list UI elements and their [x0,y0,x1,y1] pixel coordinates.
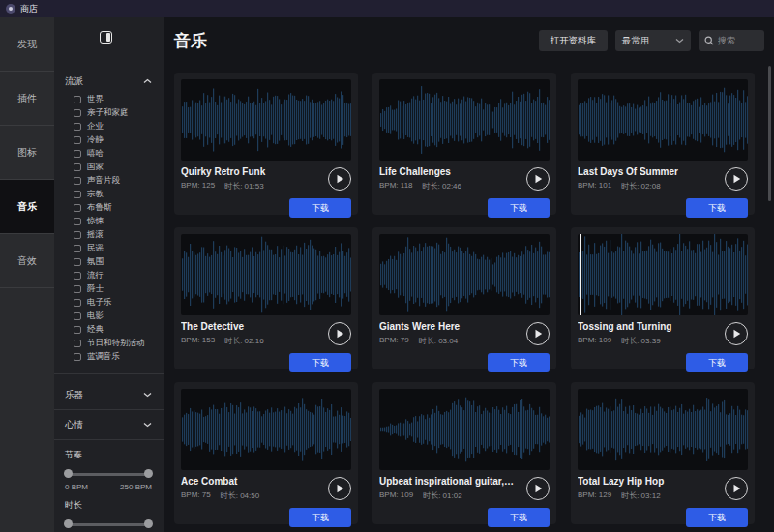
vertical-scrollbar[interactable] [768,66,771,201]
play-icon [732,484,741,493]
play-button[interactable] [725,477,748,500]
music-card: Quirky Retro Funk BPM: 125 时长: 01:53 下载 [174,73,358,215]
play-button[interactable] [328,167,351,191]
genre-label: 经典 [87,324,104,336]
genre-checkbox-电子乐[interactable]: 电子乐 [54,296,164,310]
tempo-slider[interactable] [65,469,152,479]
download-button[interactable]: 下载 [289,353,351,372]
duration-slider-max-handle[interactable] [144,519,153,528]
playhead-cursor [580,234,581,315]
genre-checkbox-爵士[interactable]: 爵士 [54,282,164,296]
sort-dropdown[interactable]: 最常用 [615,30,691,51]
genre-label: 摇滚 [87,229,104,241]
track-duration: 时长: 03:39 [621,336,660,346]
genre-checkbox-电影[interactable]: 电影 [54,310,164,323]
genre-label: 嘻哈 [87,148,104,160]
download-button[interactable]: 下载 [686,508,748,527]
genre-checkbox-摇滚[interactable]: 摇滚 [54,228,164,242]
checkbox-icon [74,177,81,185]
checkbox-icon [74,163,81,171]
nav-item-发现[interactable]: 发现 [0,17,54,72]
tempo-slider-max-handle[interactable] [144,469,153,478]
checkbox-icon [74,272,81,280]
waveform[interactable] [578,79,748,161]
waveform[interactable] [578,389,748,470]
waveform[interactable] [578,234,748,315]
nav-item-音效[interactable]: 音效 [0,234,54,288]
play-button[interactable] [526,167,550,191]
open-library-button[interactable]: 打开资料库 [539,30,609,51]
genre-checkbox-惊悚[interactable]: 惊悚 [54,215,164,228]
play-icon [732,329,741,339]
genre-checkbox-民谣[interactable]: 民谣 [54,242,164,255]
duration-slider[interactable] [65,519,152,529]
download-button[interactable]: 下载 [686,198,748,218]
play-icon [336,174,344,184]
genre-checkbox-氛围[interactable]: 氛围 [54,255,164,269]
nav-item-插件[interactable]: 插件 [0,72,54,126]
genre-checkbox-国家[interactable]: 国家 [54,161,164,174]
genre-checkbox-声音片段[interactable]: 声音片段 [54,174,164,188]
track-title: The Detective [181,321,316,332]
genre-checkbox-蓝调音乐[interactable]: 蓝调音乐 [54,350,164,364]
divider [54,373,164,374]
checkbox-icon [74,191,81,198]
checkbox-icon [74,312,81,320]
page-title: 音乐 [174,30,207,52]
genre-label: 爵士 [87,283,104,295]
track-title: Tossing and Turning [578,321,713,332]
play-button[interactable] [526,322,550,345]
genre-section-header[interactable]: 流派 [54,74,164,89]
track-bpm: BPM: 118 [379,181,413,192]
waveform[interactable] [379,389,550,470]
mood-section-header[interactable]: 心情 [54,417,164,432]
waveform[interactable] [181,234,351,315]
download-button[interactable]: 下载 [488,353,550,372]
track-title: Giants Were Here [379,321,515,332]
download-button[interactable]: 下载 [289,508,351,527]
checkbox-icon [74,204,81,212]
genre-checkbox-布鲁斯[interactable]: 布鲁斯 [54,201,164,215]
waveform[interactable] [181,389,351,470]
checkbox-icon [74,353,81,361]
instruments-section-header[interactable]: 乐器 [54,387,164,402]
titlebar: 商店 [0,0,774,17]
collapse-panel-icon[interactable] [100,31,112,44]
checkbox-icon [74,258,81,266]
nav-item-图标[interactable]: 图标 [0,126,54,180]
genre-checkbox-亲子和家庭[interactable]: 亲子和家庭 [54,106,164,120]
play-button[interactable] [526,477,550,500]
genre-checkbox-世界[interactable]: 世界 [54,93,164,106]
download-button[interactable]: 下载 [488,198,550,218]
tempo-slider-min-handle[interactable] [64,469,73,478]
duration-slider-track [65,523,152,526]
genre-checkbox-企业[interactable]: 企业 [54,120,164,133]
checkbox-icon [74,340,81,347]
genre-checkbox-经典[interactable]: 经典 [54,323,164,337]
chevron-up-icon [143,78,152,84]
download-button[interactable]: 下载 [686,353,748,372]
search-box[interactable] [699,30,764,51]
genre-checkbox-冷静[interactable]: 冷静 [54,133,164,147]
search-input[interactable] [718,36,757,45]
genre-checkbox-嘻哈[interactable]: 嘻哈 [54,147,164,161]
track-title: Last Days Of Summer [578,166,713,177]
play-button[interactable] [328,477,351,500]
play-button[interactable] [725,322,748,345]
tempo-filter: 节奏 0 BPM 250 BPM [54,449,164,491]
genre-checkbox-流行[interactable]: 流行 [54,269,164,282]
waveform[interactable] [181,79,351,161]
duration-slider-min-handle[interactable] [64,519,73,528]
play-button[interactable] [725,167,748,191]
genre-checkbox-宗教[interactable]: 宗教 [54,188,164,201]
nav-item-音乐[interactable]: 音乐 [0,180,54,234]
genre-label: 宗教 [87,189,104,200]
download-button[interactable]: 下载 [289,198,351,218]
waveform[interactable] [379,234,550,315]
genre-checkbox-节日和特别活动[interactable]: 节日和特别活动 [54,337,164,350]
play-button[interactable] [328,322,351,345]
genre-label: 电影 [87,310,104,322]
waveform[interactable] [379,79,550,161]
genre-label: 布鲁斯 [87,202,112,214]
download-button[interactable]: 下载 [488,508,550,527]
